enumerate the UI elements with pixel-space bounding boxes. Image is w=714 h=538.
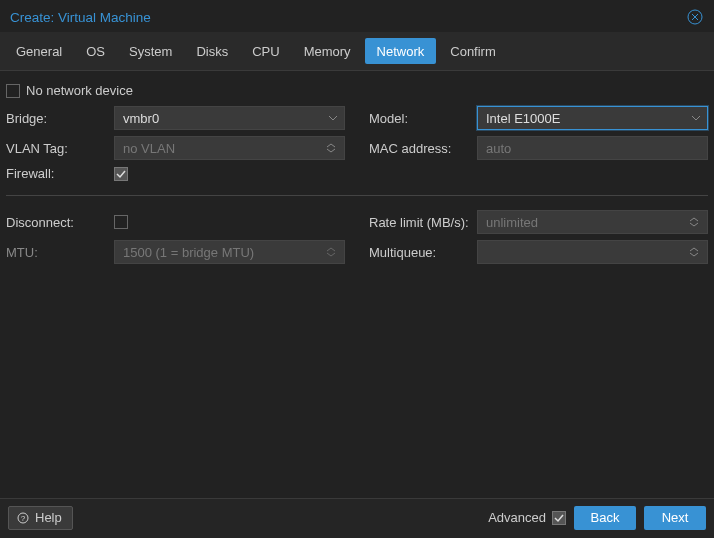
mtu-placeholder: 1500 (1 = bridge MTU) <box>123 245 254 260</box>
model-field[interactable]: Intel E1000E <box>477 106 708 130</box>
check-icon <box>554 513 564 523</box>
vlan-row: VLAN Tag: no VLAN <box>6 136 345 160</box>
spinner-down-icon <box>689 252 699 257</box>
tab-os[interactable]: OS <box>74 32 117 70</box>
tab-memory[interactable]: Memory <box>292 32 363 70</box>
multiqueue-spinner[interactable] <box>689 241 703 263</box>
chevron-down-icon <box>328 115 338 121</box>
vlan-spinner[interactable] <box>326 137 340 159</box>
tab-network[interactable]: Network <box>365 38 437 64</box>
tab-general[interactable]: General <box>4 32 74 70</box>
rate-placeholder: unlimited <box>486 215 538 230</box>
vlan-field[interactable]: no VLAN <box>114 136 345 160</box>
no-network-device-row: No network device <box>6 79 708 102</box>
back-button[interactable]: Back <box>574 506 636 530</box>
advanced-label: Advanced <box>488 510 546 525</box>
rate-spinner[interactable] <box>689 211 703 233</box>
svg-text:?: ? <box>21 514 26 523</box>
help-label: Help <box>35 510 62 525</box>
rate-field[interactable]: unlimited <box>477 210 708 234</box>
footer: ? Help Advanced Back Next <box>0 498 714 538</box>
separator <box>6 195 708 196</box>
wizard-tabs: General OS System Disks CPU Memory Netwo… <box>0 32 714 71</box>
network-panel: No network device Bridge: vmbr0 Model: I… <box>0 71 714 498</box>
tab-confirm[interactable]: Confirm <box>438 32 508 70</box>
mac-label: MAC address: <box>369 141 471 156</box>
help-icon: ? <box>17 512 29 524</box>
mtu-spinner[interactable] <box>326 241 340 263</box>
bridge-trigger[interactable] <box>326 111 340 125</box>
rate-label: Rate limit (MB/s): <box>369 215 471 230</box>
model-trigger[interactable] <box>689 111 703 125</box>
tab-system[interactable]: System <box>117 32 184 70</box>
mtu-field[interactable]: 1500 (1 = bridge MTU) <box>114 240 345 264</box>
advanced-checkbox[interactable] <box>552 511 566 525</box>
close-button[interactable] <box>686 8 704 26</box>
mtu-label: MTU: <box>6 245 108 260</box>
multiqueue-label: Multiqueue: <box>369 245 471 260</box>
create-vm-dialog: Create: Virtual Machine General OS Syste… <box>0 0 714 538</box>
multiqueue-field[interactable] <box>477 240 708 264</box>
multiqueue-row: Multiqueue: <box>369 240 708 264</box>
model-row: Model: Intel E1000E <box>369 106 708 130</box>
next-button[interactable]: Next <box>644 506 706 530</box>
bridge-field[interactable]: vmbr0 <box>114 106 345 130</box>
no-network-device-label: No network device <box>26 83 133 98</box>
mac-field[interactable]: auto <box>477 136 708 160</box>
tab-disks[interactable]: Disks <box>184 32 240 70</box>
firewall-label: Firewall: <box>6 166 108 181</box>
tab-cpu[interactable]: CPU <box>240 32 291 70</box>
bridge-value: vmbr0 <box>123 111 159 126</box>
check-icon <box>116 169 126 179</box>
titlebar: Create: Virtual Machine <box>0 0 714 32</box>
vlan-label: VLAN Tag: <box>6 141 108 156</box>
advanced-toggle[interactable]: Advanced <box>488 510 566 525</box>
mac-row: MAC address: auto <box>369 136 708 160</box>
firewall-row: Firewall: <box>6 166 345 181</box>
disconnect-checkbox[interactable] <box>114 215 128 229</box>
rate-row: Rate limit (MB/s): unlimited <box>369 210 708 234</box>
chevron-down-icon <box>691 115 701 121</box>
model-value: Intel E1000E <box>486 111 560 126</box>
spinner-down-icon <box>326 148 336 153</box>
disconnect-row: Disconnect: <box>6 210 345 234</box>
dialog-title: Create: Virtual Machine <box>10 10 686 25</box>
vlan-placeholder: no VLAN <box>123 141 175 156</box>
firewall-checkbox[interactable] <box>114 167 128 181</box>
mac-placeholder: auto <box>486 141 511 156</box>
close-icon <box>687 9 703 25</box>
no-network-device-checkbox[interactable] <box>6 84 20 98</box>
spinner-down-icon <box>326 252 336 257</box>
mtu-row: MTU: 1500 (1 = bridge MTU) <box>6 240 345 264</box>
model-label: Model: <box>369 111 471 126</box>
bridge-label: Bridge: <box>6 111 108 126</box>
form-grid-basic: Bridge: vmbr0 Model: Intel E1000E <box>6 102 708 191</box>
help-button[interactable]: ? Help <box>8 506 73 530</box>
disconnect-label: Disconnect: <box>6 215 108 230</box>
form-grid-advanced: Disconnect: Rate limit (MB/s): unlimited <box>6 206 708 274</box>
bridge-row: Bridge: vmbr0 <box>6 106 345 130</box>
spinner-down-icon <box>689 222 699 227</box>
